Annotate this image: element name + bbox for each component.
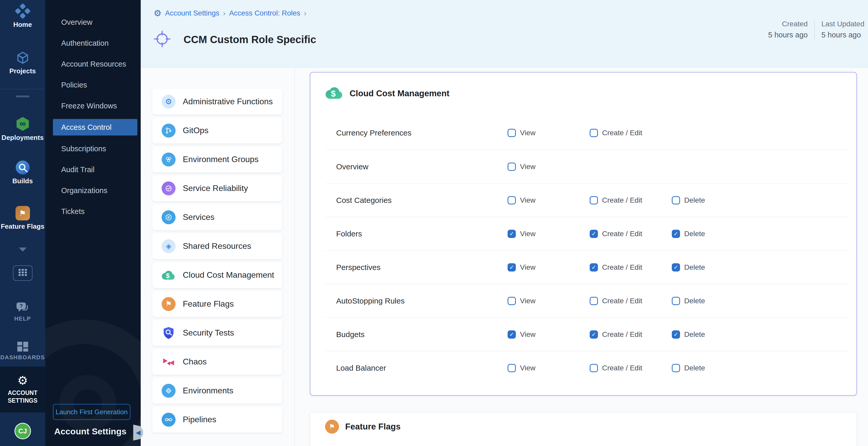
breadcrumb-account-settings[interactable]: Account Settings [165,9,219,17]
check-icon: ✓ [509,231,514,237]
sidebar-item-dashboards[interactable]: DASHBOARDS [0,341,45,361]
resource-card-label: Feature Flags [183,299,234,309]
checkbox-budgets-create-edit[interactable]: ✓ [590,330,598,339]
permissions-panel: $ Cloud Cost Management Currency Prefere… [310,72,857,396]
resource-card-environments[interactable]: Environments [152,378,282,404]
last-updated-value: 5 hours ago [821,29,864,40]
permission-label: Delete [684,230,705,238]
svg-text:?: ? [19,303,23,309]
permission-row-folders: Folders✓View✓Create / Edit✓Delete [325,217,849,250]
resource-card-cloud-cost-management[interactable]: $Cloud Cost Management [152,262,282,288]
checkbox-folders-view[interactable]: ✓ [507,230,516,238]
permission-row-perspectives: Perspectives✓View✓Create / Edit✓Delete [325,250,849,284]
breadcrumb-access-control-roles[interactable]: Access Control: Roles [229,9,300,17]
check-icon: ✓ [591,332,596,337]
checkbox-load-balancer-create-edit[interactable]: ✓ [590,364,598,372]
checkbox-budgets-view[interactable]: ✓ [507,330,516,339]
permission-cell-delete: ✓Delete [672,230,754,238]
settings-nav-item-overview[interactable]: Overview [45,14,141,30]
checkbox-autostopping-rules-view[interactable]: ✓ [507,297,516,305]
checkbox-load-balancer-view[interactable]: ✓ [507,364,516,372]
sidebar-item-builds[interactable]: Builds [0,160,45,185]
settings-nav-item-audit-trail[interactable]: Audit Trail [45,162,141,177]
check-icon: ✓ [674,231,678,237]
check-icon: ✓ [674,264,678,270]
settings-nav-item-tickets[interactable]: Tickets [45,204,141,219]
checkbox-autostopping-rules-delete[interactable]: ✓ [672,297,680,305]
checkbox-autostopping-rules-create-edit[interactable]: ✓ [590,297,598,305]
checkbox-perspectives-delete[interactable]: ✓ [672,263,680,272]
settings-nav-item-policies[interactable]: Policies [45,77,141,93]
resource-card-environment-groups[interactable]: Environment Groups [152,146,282,172]
sidebar-item-help[interactable]: ? HELP [0,301,45,322]
checkbox-cost-categories-create-edit[interactable]: ✓ [590,196,598,204]
check-icon: ✓ [591,264,596,270]
checkbox-currency-preferences-view[interactable]: ✓ [507,129,516,137]
gear-icon: ⚙ [17,375,28,386]
settings-nav-item-organizations[interactable]: Organizations [45,183,141,198]
resource-card-gitops[interactable]: GitOps [152,118,282,144]
resource-card-pipelines[interactable]: Pipelines [152,407,282,433]
settings-nav-list: OverviewAuthenticationAccount ResourcesP… [45,14,141,225]
resource-card-shared-resources[interactable]: ◈Shared Resources [152,233,282,259]
resource-card-label: Pipelines [183,415,216,424]
permission-cell-delete: ✓Delete [672,330,754,339]
module-sidebar: Home Projects ∞ Deployments [0,0,45,446]
launch-first-generation-button[interactable]: Launch First Generation [53,404,130,420]
permission-label: Create / Edit [602,364,642,372]
module-switcher-button[interactable] [13,265,33,281]
checkbox-perspectives-create-edit[interactable]: ✓ [590,263,598,272]
permission-label: Create / Edit [602,196,642,204]
permission-row-cost-categories: Cost Categories✓View✓Create / Edit✓Delet… [325,183,849,217]
environments-icon [162,384,176,398]
settings-nav-item-authentication[interactable]: Authentication [45,35,141,51]
avatar[interactable]: CJ [14,423,31,439]
settings-nav-item-freeze-windows[interactable]: Freeze Windows [45,98,141,114]
checkbox-load-balancer-delete[interactable]: ✓ [672,364,680,372]
checkbox-folders-create-edit[interactable]: ✓ [590,230,598,238]
sidebar-item-projects[interactable]: Projects [0,51,45,75]
permission-cell-create-edit: ✓Create / Edit [590,129,672,137]
permission-label: View [520,297,535,305]
settings-nav-item-access-control[interactable]: Access Control [53,119,137,135]
settings-nav-item-account-resources[interactable]: Account Resources [45,56,141,72]
resource-card-security-tests[interactable]: Security Tests [152,320,282,346]
resource-card-label: Administrative Functions [183,97,273,106]
checkbox-currency-preferences-create-edit[interactable]: ✓ [590,129,598,137]
environment-groups-icon [162,153,176,166]
checkbox-perspectives-view[interactable]: ✓ [507,263,516,272]
sidebar-item-account-settings[interactable]: ⚙ ACCOUNT SETTINGS [0,367,45,412]
meta-block: Created 5 hours ago Last Updated 5 hours… [768,19,864,40]
sidebar-item-feature-flags[interactable]: ⚑ Feature Flags [0,206,45,230]
checkbox-budgets-delete[interactable]: ✓ [672,330,680,339]
vertical-divider [294,68,295,446]
permission-label: View [520,129,535,137]
permission-cell-delete: ✓Delete [672,297,754,305]
checkbox-cost-categories-view[interactable]: ✓ [507,196,516,204]
checkbox-cost-categories-delete[interactable]: ✓ [672,196,680,204]
sidebar-divider [0,89,45,89]
sidebar-more-modules[interactable] [0,252,45,256]
sidebar-item-home[interactable]: Home [0,4,45,29]
ccm-cloud-icon: $ [162,268,176,282]
permission-row-label: Perspectives [325,263,507,272]
dashboards-label: DASHBOARDS [0,354,45,361]
sidebar-item-deployments[interactable]: ∞ Deployments [0,116,45,142]
resource-card-feature-flags[interactable]: ⚑Feature Flags [152,291,282,317]
settings-nav-item-subscriptions[interactable]: Subscriptions [45,141,141,156]
resource-card-label: Environments [183,386,234,395]
permission-label: Delete [684,364,705,372]
permissions-panel-title: Cloud Cost Management [349,89,450,98]
permission-rows: Currency Preferences✓View✓Create / EditO… [325,116,849,385]
resource-card-chaos[interactable]: Chaos [152,349,282,375]
resource-card-services[interactable]: Services [152,204,282,230]
content-area: ⚙Administrative FunctionsGitOpsEnvironme… [141,68,868,446]
permission-row-label: AutoStopping Rules [325,296,507,305]
checkbox-overview-view[interactable]: ✓ [507,163,516,171]
settings-sidebar-title: Account Settings [54,426,126,437]
permission-cell-create-edit: ✓Create / Edit [590,263,672,272]
permission-row-label: Budgets [325,330,507,339]
resource-card-service-reliability[interactable]: Service Reliability [152,175,282,201]
resource-card-administrative-functions[interactable]: ⚙Administrative Functions [152,89,282,115]
checkbox-folders-delete[interactable]: ✓ [672,230,680,238]
